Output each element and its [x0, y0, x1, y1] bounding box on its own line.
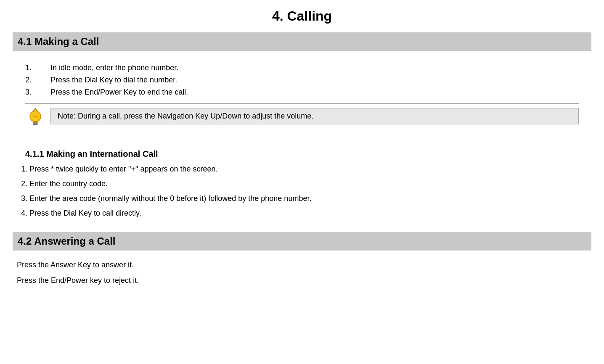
list-text-2: Press the Dial Key to dial the number. [50, 76, 579, 84]
section-42-header: 4.2 Answering a Call [13, 232, 591, 251]
intl-step-1: 1. Press * twice quickly to enter "+" ap… [17, 165, 591, 174]
section-41-header: 4.1 Making a Call [13, 32, 591, 51]
note-box: Note: During a call, press the Navigatio… [25, 103, 579, 128]
svg-line-2 [35, 109, 37, 111]
intl-call-list: 1. Press * twice quickly to enter "+" ap… [13, 165, 591, 218]
svg-rect-4 [33, 121, 38, 123]
answer-line-2: Press the End/Power key to reject it. [13, 274, 591, 287]
svg-point-3 [30, 111, 41, 122]
list-number-2: 2. [25, 76, 50, 84]
gap [13, 224, 591, 232]
page-container: 4. Calling 4.1 Making a Call 1. In idle … [0, 0, 604, 303]
subsection-411-header: 4.1.1 Making an International Call [13, 145, 591, 165]
intl-step-3: 3. Enter the area code (normally without… [17, 194, 591, 203]
list-text-1: In idle mode, enter the phone number. [50, 63, 579, 72]
intl-step-4: 4. Press the Dial Key to call directly. [17, 209, 591, 218]
intl-step-2: 2. Enter the country code. [17, 179, 591, 188]
answer-line-1: Press the Answer Key to answer it. [13, 259, 591, 271]
lightbulb-svg [27, 108, 44, 128]
section-41-content: 1. In idle mode, enter the phone number.… [13, 59, 591, 145]
svg-rect-6 [33, 124, 37, 125]
list-text-3: Press the End/Power Key to end the call. [50, 88, 579, 97]
list-item: 2. Press the Dial Key to dial the number… [25, 76, 579, 84]
note-text: Note: During a call, press the Navigatio… [50, 108, 579, 124]
main-title: 4. Calling [13, 4, 591, 32]
svg-rect-5 [33, 123, 38, 124]
list-item: 1. In idle mode, enter the phone number. [25, 63, 579, 72]
list-number-3: 3. [25, 88, 50, 97]
list-number-1: 1. [25, 63, 50, 72]
making-call-list: 1. In idle mode, enter the phone number.… [25, 63, 579, 97]
lightbulb-icon [25, 108, 45, 128]
list-item: 3. Press the End/Power Key to end the ca… [25, 88, 579, 97]
